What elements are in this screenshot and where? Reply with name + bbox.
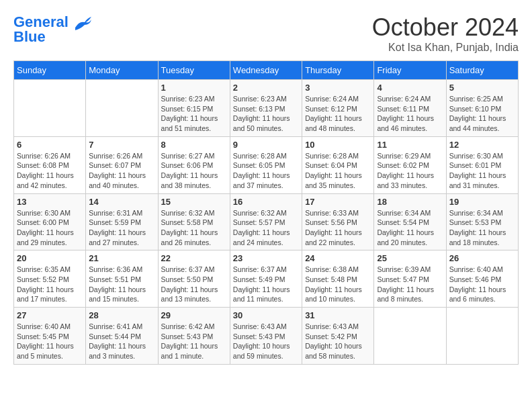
weekday-header-saturday: Saturday xyxy=(446,61,518,80)
day-number: 27 xyxy=(17,310,83,320)
day-cell: 26Sunrise: 6:40 AM Sunset: 5:46 PM Dayli… xyxy=(446,250,518,308)
logo-bird-icon xyxy=(74,15,91,30)
day-cell: 22Sunrise: 6:37 AM Sunset: 5:50 PM Dayli… xyxy=(158,250,230,308)
week-row-2: 6Sunrise: 6:26 AM Sunset: 6:08 PM Daylig… xyxy=(14,136,519,193)
weekday-header-friday: Friday xyxy=(374,61,446,80)
day-number: 20 xyxy=(17,253,83,263)
day-cell: 18Sunrise: 6:34 AM Sunset: 5:54 PM Dayli… xyxy=(374,193,446,250)
day-cell: 31Sunrise: 6:43 AM Sunset: 5:42 PM Dayli… xyxy=(302,308,374,365)
day-info: Sunrise: 6:43 AM Sunset: 5:43 PM Dayligh… xyxy=(233,322,299,361)
day-cell: 23Sunrise: 6:37 AM Sunset: 5:49 PM Dayli… xyxy=(230,250,302,308)
day-cell: 20Sunrise: 6:35 AM Sunset: 5:52 PM Dayli… xyxy=(14,250,86,308)
weekday-header-wednesday: Wednesday xyxy=(230,61,302,80)
page-header: General Blue October 2024 Kot Isa Khan, … xyxy=(13,13,519,54)
day-cell xyxy=(14,80,86,137)
day-number: 23 xyxy=(233,253,299,263)
month-title: October 2024 xyxy=(372,13,519,42)
day-cell: 15Sunrise: 6:32 AM Sunset: 5:58 PM Dayli… xyxy=(158,193,230,250)
day-number: 15 xyxy=(161,197,227,207)
day-info: Sunrise: 6:30 AM Sunset: 6:01 PM Dayligh… xyxy=(449,151,515,191)
day-number: 7 xyxy=(89,140,154,150)
week-row-5: 27Sunrise: 6:40 AM Sunset: 5:45 PM Dayli… xyxy=(14,308,519,365)
day-info: Sunrise: 6:23 AM Sunset: 6:15 PM Dayligh… xyxy=(161,94,227,134)
day-number: 31 xyxy=(305,310,371,320)
day-number: 25 xyxy=(377,253,443,263)
day-info: Sunrise: 6:33 AM Sunset: 5:56 PM Dayligh… xyxy=(305,208,371,248)
day-cell: 28Sunrise: 6:41 AM Sunset: 5:44 PM Dayli… xyxy=(86,308,158,365)
day-number: 4 xyxy=(377,83,443,93)
day-number: 16 xyxy=(233,197,299,207)
day-info: Sunrise: 6:32 AM Sunset: 5:57 PM Dayligh… xyxy=(233,208,299,248)
day-cell: 12Sunrise: 6:30 AM Sunset: 6:01 PM Dayli… xyxy=(446,136,518,193)
day-info: Sunrise: 6:30 AM Sunset: 6:00 PM Dayligh… xyxy=(17,208,83,248)
day-info: Sunrise: 6:25 AM Sunset: 6:10 PM Dayligh… xyxy=(449,94,515,134)
day-number: 28 xyxy=(89,310,154,320)
day-cell: 19Sunrise: 6:34 AM Sunset: 5:53 PM Dayli… xyxy=(446,193,518,250)
day-number: 8 xyxy=(161,140,227,150)
logo-blue: Blue xyxy=(13,30,91,44)
day-info: Sunrise: 6:42 AM Sunset: 5:43 PM Dayligh… xyxy=(161,322,227,361)
day-cell: 27Sunrise: 6:40 AM Sunset: 5:45 PM Dayli… xyxy=(14,308,86,365)
day-cell: 5Sunrise: 6:25 AM Sunset: 6:10 PM Daylig… xyxy=(446,80,518,137)
day-number: 3 xyxy=(305,83,371,93)
day-cell: 11Sunrise: 6:29 AM Sunset: 6:02 PM Dayli… xyxy=(374,136,446,193)
day-cell: 16Sunrise: 6:32 AM Sunset: 5:57 PM Dayli… xyxy=(230,193,302,250)
day-cell: 10Sunrise: 6:28 AM Sunset: 6:04 PM Dayli… xyxy=(302,136,374,193)
calendar-table: SundayMondayTuesdayWednesdayThursdayFrid… xyxy=(13,60,519,365)
day-number: 22 xyxy=(161,253,227,263)
day-info: Sunrise: 6:24 AM Sunset: 6:11 PM Dayligh… xyxy=(377,94,443,134)
day-cell xyxy=(446,308,518,365)
day-info: Sunrise: 6:26 AM Sunset: 6:07 PM Dayligh… xyxy=(89,151,154,191)
day-info: Sunrise: 6:28 AM Sunset: 6:05 PM Dayligh… xyxy=(233,151,299,191)
day-info: Sunrise: 6:40 AM Sunset: 5:45 PM Dayligh… xyxy=(17,322,83,361)
day-cell: 30Sunrise: 6:43 AM Sunset: 5:43 PM Dayli… xyxy=(230,308,302,365)
day-info: Sunrise: 6:43 AM Sunset: 5:42 PM Dayligh… xyxy=(305,322,371,361)
day-info: Sunrise: 6:28 AM Sunset: 6:04 PM Dayligh… xyxy=(305,151,371,191)
day-cell: 7Sunrise: 6:26 AM Sunset: 6:07 PM Daylig… xyxy=(86,136,158,193)
day-number: 21 xyxy=(89,253,154,263)
day-number: 18 xyxy=(377,197,443,207)
day-number: 5 xyxy=(449,83,515,93)
day-cell: 6Sunrise: 6:26 AM Sunset: 6:08 PM Daylig… xyxy=(14,136,86,193)
day-info: Sunrise: 6:31 AM Sunset: 5:59 PM Dayligh… xyxy=(89,208,154,248)
day-info: Sunrise: 6:41 AM Sunset: 5:44 PM Dayligh… xyxy=(89,322,154,361)
day-info: Sunrise: 6:23 AM Sunset: 6:13 PM Dayligh… xyxy=(233,94,299,134)
day-info: Sunrise: 6:36 AM Sunset: 5:51 PM Dayligh… xyxy=(89,265,154,304)
day-number: 14 xyxy=(89,197,154,207)
week-row-1: 1Sunrise: 6:23 AM Sunset: 6:15 PM Daylig… xyxy=(14,80,519,137)
day-cell: 21Sunrise: 6:36 AM Sunset: 5:51 PM Dayli… xyxy=(86,250,158,308)
day-number: 1 xyxy=(161,83,227,93)
day-cell: 4Sunrise: 6:24 AM Sunset: 6:11 PM Daylig… xyxy=(374,80,446,137)
day-number: 24 xyxy=(305,253,371,263)
day-cell: 29Sunrise: 6:42 AM Sunset: 5:43 PM Dayli… xyxy=(158,308,230,365)
day-cell: 1Sunrise: 6:23 AM Sunset: 6:15 PM Daylig… xyxy=(158,80,230,137)
day-number: 19 xyxy=(449,197,515,207)
logo-general: General xyxy=(13,13,69,30)
day-cell: 2Sunrise: 6:23 AM Sunset: 6:13 PM Daylig… xyxy=(230,80,302,137)
week-row-4: 20Sunrise: 6:35 AM Sunset: 5:52 PM Dayli… xyxy=(14,250,519,308)
day-cell: 24Sunrise: 6:38 AM Sunset: 5:48 PM Dayli… xyxy=(302,250,374,308)
weekday-header-thursday: Thursday xyxy=(302,61,374,80)
weekday-header-row: SundayMondayTuesdayWednesdayThursdayFrid… xyxy=(14,61,519,80)
day-info: Sunrise: 6:32 AM Sunset: 5:58 PM Dayligh… xyxy=(161,208,227,248)
weekday-header-tuesday: Tuesday xyxy=(158,61,230,80)
day-number: 13 xyxy=(17,197,83,207)
title-block: October 2024 Kot Isa Khan, Punjab, India xyxy=(372,13,519,54)
day-number: 6 xyxy=(17,140,83,150)
location: Kot Isa Khan, Punjab, India xyxy=(372,42,519,54)
day-cell: 13Sunrise: 6:30 AM Sunset: 6:00 PM Dayli… xyxy=(14,193,86,250)
day-info: Sunrise: 6:37 AM Sunset: 5:50 PM Dayligh… xyxy=(161,265,227,304)
day-info: Sunrise: 6:37 AM Sunset: 5:49 PM Dayligh… xyxy=(233,265,299,304)
week-row-3: 13Sunrise: 6:30 AM Sunset: 6:00 PM Dayli… xyxy=(14,193,519,250)
day-info: Sunrise: 6:27 AM Sunset: 6:06 PM Dayligh… xyxy=(161,151,227,191)
day-info: Sunrise: 6:24 AM Sunset: 6:12 PM Dayligh… xyxy=(305,94,371,134)
day-cell: 9Sunrise: 6:28 AM Sunset: 6:05 PM Daylig… xyxy=(230,136,302,193)
day-number: 26 xyxy=(449,253,515,263)
day-info: Sunrise: 6:39 AM Sunset: 5:47 PM Dayligh… xyxy=(377,265,443,304)
day-number: 29 xyxy=(161,310,227,320)
day-number: 2 xyxy=(233,83,299,93)
logo: General Blue xyxy=(13,13,91,44)
day-cell: 3Sunrise: 6:24 AM Sunset: 6:12 PM Daylig… xyxy=(302,80,374,137)
day-info: Sunrise: 6:34 AM Sunset: 5:53 PM Dayligh… xyxy=(449,208,515,248)
day-info: Sunrise: 6:40 AM Sunset: 5:46 PM Dayligh… xyxy=(449,265,515,304)
